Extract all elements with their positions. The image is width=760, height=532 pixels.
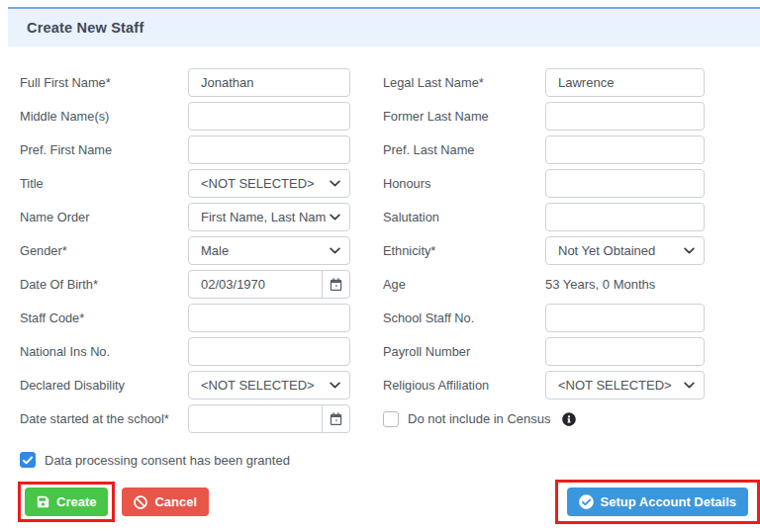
full-first-name-input[interactable]: Jonathan bbox=[188, 68, 350, 97]
staff-code-input[interactable] bbox=[188, 304, 350, 332]
gender-select[interactable]: Male bbox=[188, 236, 350, 265]
census-checkbox-label: Do not include in Census bbox=[408, 411, 551, 426]
former-last-name-label: Former Last Name bbox=[383, 109, 545, 124]
consent-label: Data processing consent has been granted bbox=[45, 453, 290, 468]
save-icon bbox=[37, 495, 49, 508]
panel-header: Create New Staff bbox=[8, 7, 760, 46]
religious-affiliation-select[interactable]: <NOT SELECTED> bbox=[545, 371, 705, 399]
info-icon bbox=[562, 412, 576, 426]
check-circle-icon bbox=[579, 494, 594, 509]
date-started-row: Date started at the school* bbox=[20, 404, 350, 433]
name-order-value: First Name, Last Name bbox=[201, 210, 326, 224]
religious-affiliation-row: Religious Affiliation<NOT SELECTED> bbox=[383, 371, 705, 399]
national-ins-no-label: National Ins No. bbox=[20, 344, 188, 359]
ethnicity-value: Not Yet Obtained bbox=[558, 243, 655, 258]
calendar-icon bbox=[330, 278, 342, 291]
title-value: <NOT SELECTED> bbox=[201, 176, 315, 191]
cancel-button[interactable]: Cancel bbox=[122, 488, 209, 516]
calendar-icon bbox=[330, 412, 342, 425]
religious-affiliation-label: Religious Affiliation bbox=[383, 378, 545, 393]
ethnicity-row: Ethnicity*Not Yet Obtained bbox=[383, 236, 705, 265]
consent-row: Data processing consent has been granted bbox=[8, 452, 760, 468]
former-last-name-row: Former Last Name bbox=[383, 102, 705, 131]
title-label: Title bbox=[20, 176, 188, 191]
setup-annotation-box: Setup Account Details bbox=[555, 480, 760, 524]
form-column-right: Legal Last Name*LawrenceFormer Last Name… bbox=[383, 68, 705, 438]
check-icon bbox=[23, 456, 33, 465]
census-checkbox[interactable] bbox=[383, 411, 399, 427]
middle-names-label: Middle Name(s) bbox=[20, 109, 188, 124]
honours-row: Honours bbox=[383, 169, 705, 198]
full-first-name-label: Full First Name* bbox=[20, 75, 188, 90]
chevron-down-icon bbox=[330, 214, 340, 221]
school-staff-no-label: School Staff No. bbox=[383, 310, 545, 325]
age-row: Age53 Years, 0 Months bbox=[383, 270, 705, 299]
create-button[interactable]: Create bbox=[25, 488, 108, 516]
name-order-label: Name Order bbox=[20, 210, 188, 224]
payroll-number-label: Payroll Number bbox=[383, 344, 545, 359]
census-checkbox-group: Do not include in Census bbox=[383, 404, 576, 433]
chevron-down-icon bbox=[330, 382, 340, 389]
gender-value: Male bbox=[201, 243, 229, 258]
salutation-label: Salutation bbox=[383, 210, 545, 224]
create-annotation-box: Create bbox=[18, 482, 115, 522]
middle-names-row: Middle Name(s) bbox=[20, 102, 350, 131]
date-of-birth-row: Date Of Birth*02/03/1970 bbox=[20, 270, 350, 299]
date-of-birth-input[interactable]: 02/03/1970 bbox=[188, 270, 323, 299]
pref-last-name-label: Pref. Last Name bbox=[383, 142, 545, 157]
pref-first-name-input[interactable] bbox=[188, 135, 350, 164]
date-of-birth-label: Date Of Birth* bbox=[20, 277, 188, 292]
pref-first-name-label: Pref. First Name bbox=[20, 142, 188, 157]
name-order-select[interactable]: First Name, Last Name bbox=[188, 203, 350, 231]
staff-code-row: Staff Code* bbox=[20, 304, 350, 332]
age-label: Age bbox=[383, 277, 545, 292]
gender-row: Gender*Male bbox=[20, 236, 350, 265]
create-new-staff-page: Create New Staff Full First Name*Jonatha… bbox=[0, 0, 760, 524]
school-staff-no-input[interactable] bbox=[545, 304, 705, 332]
chevron-down-icon bbox=[684, 382, 695, 389]
cancel-button-label: Cancel bbox=[154, 494, 197, 509]
salutation-input[interactable] bbox=[545, 203, 705, 231]
declared-disability-label: Declared Disability bbox=[20, 378, 188, 393]
national-ins-no-input[interactable] bbox=[188, 337, 350, 366]
salutation-row: Salutation bbox=[383, 203, 705, 231]
footer-left-buttons: Create Cancel bbox=[18, 482, 209, 522]
pref-first-name-row: Pref. First Name bbox=[20, 135, 350, 164]
consent-checkbox[interactable] bbox=[20, 452, 36, 468]
pref-last-name-row: Pref. Last Name bbox=[383, 135, 705, 164]
date-started-dategroup bbox=[188, 404, 350, 433]
honours-input[interactable] bbox=[545, 169, 705, 198]
census-info-icon-button[interactable] bbox=[562, 412, 576, 426]
full-first-name-value: Jonathan bbox=[201, 75, 254, 90]
gender-label: Gender* bbox=[20, 243, 188, 258]
payroll-number-row: Payroll Number bbox=[383, 337, 705, 366]
former-last-name-input[interactable] bbox=[545, 102, 705, 131]
declared-disability-select[interactable]: <NOT SELECTED> bbox=[188, 371, 350, 399]
create-button-label: Create bbox=[56, 494, 96, 509]
setup-account-details-button[interactable]: Setup Account Details bbox=[567, 488, 748, 516]
census-row: Do not include in Census bbox=[383, 404, 705, 433]
full-first-name-row: Full First Name*Jonathan bbox=[20, 68, 350, 97]
pref-last-name-input[interactable] bbox=[545, 135, 705, 164]
date-started-calendar-button[interactable] bbox=[322, 404, 350, 433]
legal-last-name-value: Lawrence bbox=[558, 75, 614, 90]
setup-button-label: Setup Account Details bbox=[601, 494, 736, 509]
ban-icon bbox=[134, 495, 147, 509]
ethnicity-label: Ethnicity* bbox=[383, 243, 545, 258]
name-order-row: Name OrderFirst Name, Last Name bbox=[20, 203, 350, 231]
date-of-birth-value: 02/03/1970 bbox=[201, 277, 265, 292]
legal-last-name-input[interactable]: Lawrence bbox=[545, 68, 705, 97]
honours-label: Honours bbox=[383, 176, 545, 191]
chevron-down-icon bbox=[684, 247, 695, 254]
middle-names-input[interactable] bbox=[188, 102, 350, 131]
date-of-birth-calendar-button[interactable] bbox=[322, 270, 350, 299]
ethnicity-select[interactable]: Not Yet Obtained bbox=[545, 236, 705, 265]
staff-code-label: Staff Code* bbox=[20, 310, 188, 325]
title-select[interactable]: <NOT SELECTED> bbox=[188, 169, 350, 198]
declared-disability-row: Declared Disability<NOT SELECTED> bbox=[20, 371, 350, 399]
date-started-input[interactable] bbox=[188, 404, 323, 433]
chevron-down-icon bbox=[330, 247, 340, 254]
title-row: Title<NOT SELECTED> bbox=[20, 169, 350, 198]
payroll-number-input[interactable] bbox=[545, 337, 705, 366]
date-of-birth-dategroup: 02/03/1970 bbox=[188, 270, 350, 299]
